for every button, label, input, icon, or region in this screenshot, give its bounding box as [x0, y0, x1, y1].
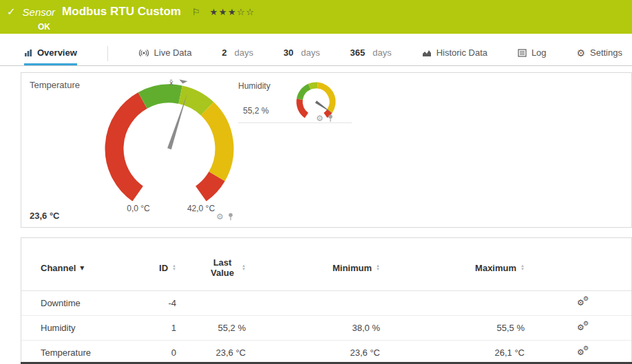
flag-icon[interactable]: ⚐	[192, 7, 200, 17]
tab-30-days-unit: days	[301, 47, 319, 58]
tab-365-days-unit: days	[372, 47, 391, 58]
column-header-id[interactable]: ID	[159, 263, 168, 273]
tab-settings[interactable]: ⚙ Settings	[576, 42, 622, 65]
tab-live-data-label: Live Data	[154, 47, 192, 58]
sensor-type-label: Sensor	[23, 6, 56, 18]
log-icon	[518, 49, 527, 57]
temperature-gauge-min-label: 0,0 °C	[116, 204, 160, 213]
tab-bar: Overview Live Data 2days 30days 365days …	[0, 42, 632, 65]
tab-live-data[interactable]: Live Data	[138, 42, 192, 65]
tab-overview-label: Overview	[37, 47, 77, 58]
channel-name: Humidity	[21, 316, 142, 341]
table-row-humidity: Humidity 1 55,2 % 38,0 % 55,5 % ⚙⚙	[21, 316, 631, 341]
temperature-gauge: x̄	[80, 78, 266, 216]
channel-maximum	[390, 291, 534, 316]
column-header-maximum[interactable]: Maximum	[475, 263, 516, 273]
overview-icon	[24, 49, 32, 57]
historic-data-icon	[422, 49, 432, 57]
humidity-tile-icons: ⚙	[316, 114, 334, 123]
channels-panel: Channel▾ ID▲▼ Last Value▲▼ Minimum▲▼ Max…	[21, 237, 632, 363]
tab-historic-data-label: Historic Data	[436, 47, 487, 58]
sensor-title: Modbus RTU Custom	[62, 5, 181, 19]
tab-2-days-unit: days	[235, 47, 253, 58]
tab-settings-label: Settings	[590, 47, 622, 58]
table-row-downtime: Downtime -4 ⚙⚙	[21, 291, 631, 316]
channel-maximum: 26,1 °C	[390, 341, 534, 363]
svg-text:x̄: x̄	[169, 79, 173, 87]
sort-icon[interactable]: ▲▼	[376, 264, 380, 271]
tab-overview[interactable]: Overview	[24, 42, 77, 65]
temperature-gauge-label: Temperature	[30, 80, 80, 90]
humidity-pin-icon[interactable]	[327, 114, 334, 122]
column-header-minimum[interactable]: Minimum	[333, 263, 372, 273]
channels-table: Channel▾ ID▲▼ Last Value▲▼ Minimum▲▼ Max…	[21, 249, 631, 363]
tabbar-divider-line	[0, 65, 632, 66]
sensor-header-line: ✓ Sensor Modbus RTU Custom ⚐ ★★★☆☆	[0, 0, 632, 19]
tab-historic-data[interactable]: Historic Data	[422, 42, 487, 65]
channel-minimum	[255, 291, 390, 316]
table-row-temperature: Temperature 0 23,6 °C 23,6 °C 26,1 °C ⚙⚙	[21, 341, 631, 363]
channel-minimum: 38,0 %	[255, 316, 390, 341]
tab-365-days[interactable]: 365days	[350, 42, 392, 65]
tab-30-days[interactable]: 30days	[284, 42, 320, 65]
gauges-panel: Temperature x̄ 0,0 °C 42,0 °C 23,6 °C ⚙ …	[21, 72, 632, 228]
sort-icon[interactable]: ▲▼	[172, 264, 176, 271]
tab-30-days-number: 30	[284, 47, 293, 58]
channel-id: -4	[142, 291, 183, 316]
settings-gear-icon: ⚙	[576, 47, 585, 58]
channel-settings-icon[interactable]: ⚙⚙	[577, 347, 589, 356]
humidity-gauge-settings-icon[interactable]: ⚙	[316, 114, 324, 123]
channel-name: Temperature	[21, 341, 142, 363]
table-header-row: Channel▾ ID▲▼ Last Value▲▼ Minimum▲▼ Max…	[21, 249, 631, 291]
channel-dropdown-icon[interactable]: ▾	[80, 263, 84, 272]
humidity-gauge-label: Humidity	[238, 81, 271, 91]
column-header-last-value[interactable]: Last Value	[207, 257, 238, 278]
channel-minimum: 23,6 °C	[255, 341, 390, 363]
sort-icon[interactable]: ▲▼	[242, 264, 246, 271]
channel-last-value	[183, 291, 255, 316]
channel-id: 0	[142, 341, 183, 363]
tab-log[interactable]: Log	[518, 42, 547, 65]
humidity-last-value: 55,2 %	[243, 106, 268, 116]
column-header-channel[interactable]: Channel	[41, 263, 76, 273]
stars-empty[interactable]: ☆☆	[237, 7, 255, 17]
live-data-icon	[138, 49, 149, 57]
temperature-last-value: 23,6 °C	[30, 211, 60, 221]
tab-log-label: Log	[531, 47, 547, 58]
channel-settings-icon[interactable]: ⚙⚙	[577, 322, 589, 332]
tab-divider	[107, 46, 108, 61]
sensor-header: ✓ Sensor Modbus RTU Custom ⚐ ★★★☆☆ OK	[0, 0, 632, 34]
tab-2-days[interactable]: 2days	[222, 42, 253, 65]
temperature-tile-icons: ⚙	[216, 212, 234, 222]
channel-id: 1	[142, 316, 183, 341]
status-check-icon: ✓	[7, 6, 16, 18]
sensor-status-text: OK	[38, 22, 632, 32]
stars-filled[interactable]: ★★★	[210, 7, 237, 17]
channel-name: Downtime	[21, 291, 142, 316]
tab-365-days-number: 365	[350, 47, 366, 58]
sort-icon[interactable]: ▲▼	[520, 264, 525, 271]
temperature-pin-icon[interactable]	[227, 213, 234, 221]
channel-last-value: 23,6 °C	[183, 341, 255, 363]
channel-settings-icon[interactable]: ⚙⚙	[577, 297, 589, 307]
channel-last-value: 55,2 %	[183, 316, 255, 341]
tab-2-days-number: 2	[222, 47, 227, 58]
humidity-tile-divider	[238, 122, 352, 123]
channel-maximum: 55,5 %	[390, 316, 534, 341]
priority-stars[interactable]: ★★★☆☆	[210, 7, 255, 17]
temperature-gauge-settings-icon[interactable]: ⚙	[216, 212, 224, 222]
